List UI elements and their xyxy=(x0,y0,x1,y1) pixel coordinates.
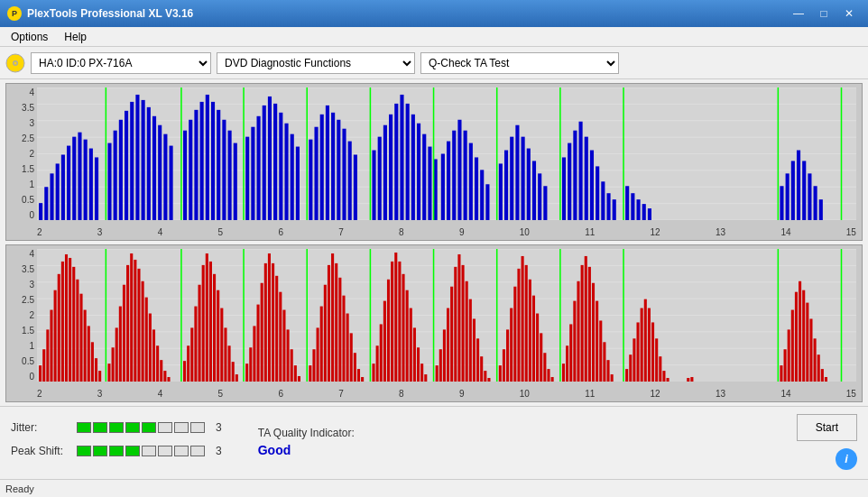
maximize-button[interactable]: □ xyxy=(812,5,836,23)
svg-rect-254 xyxy=(499,365,502,382)
menu-options[interactable]: Options xyxy=(4,29,55,45)
svg-rect-150 xyxy=(84,310,87,382)
svg-rect-71 xyxy=(378,137,382,220)
svg-rect-164 xyxy=(137,269,140,382)
svg-rect-252 xyxy=(487,378,490,382)
svg-rect-238 xyxy=(436,365,439,382)
svg-rect-208 xyxy=(317,327,319,382)
svg-rect-225 xyxy=(383,301,386,382)
drive-select[interactable]: HA:0 ID:0 PX-716A xyxy=(31,52,211,74)
svg-rect-87 xyxy=(464,131,467,220)
svg-rect-32 xyxy=(147,107,151,220)
svg-rect-158 xyxy=(115,327,118,382)
svg-rect-222 xyxy=(372,364,374,382)
svg-rect-280 xyxy=(599,320,602,382)
svg-rect-61 xyxy=(314,127,318,220)
svg-rect-159 xyxy=(119,307,122,382)
svg-rect-51 xyxy=(257,116,261,220)
svg-rect-192 xyxy=(253,326,255,382)
svg-rect-207 xyxy=(312,349,315,382)
svg-rect-139 xyxy=(42,349,45,382)
svg-rect-286 xyxy=(629,354,632,382)
peak-led-3 xyxy=(109,446,124,456)
peak-shift-label: Peak Shift: xyxy=(11,445,69,457)
svg-rect-277 xyxy=(588,267,591,382)
svg-rect-28 xyxy=(125,111,128,220)
svg-rect-90 xyxy=(480,170,484,220)
svg-rect-140 xyxy=(46,329,49,382)
svg-rect-175 xyxy=(187,345,189,382)
svg-rect-271 xyxy=(566,345,568,382)
svg-rect-202 xyxy=(291,349,293,382)
svg-rect-15 xyxy=(50,173,53,220)
svg-rect-295 xyxy=(662,371,665,382)
start-button[interactable]: Start xyxy=(797,414,857,441)
svg-rect-287 xyxy=(633,338,635,382)
svg-rect-19 xyxy=(72,137,76,220)
svg-rect-182 xyxy=(213,274,216,382)
svg-rect-47 xyxy=(234,143,237,220)
svg-rect-170 xyxy=(160,360,162,382)
svg-rect-278 xyxy=(592,283,595,382)
svg-rect-105 xyxy=(573,131,577,220)
svg-rect-260 xyxy=(522,256,524,382)
jitter-led-7 xyxy=(174,422,189,433)
minimize-button[interactable]: — xyxy=(787,5,810,23)
svg-rect-126 xyxy=(814,186,817,220)
svg-rect-258 xyxy=(513,287,516,382)
bottom-chart: 4 3.5 3 2.5 2 1.5 1 0.5 0 xyxy=(5,244,863,402)
svg-rect-168 xyxy=(152,329,155,382)
svg-rect-41 xyxy=(200,102,204,220)
svg-rect-270 xyxy=(562,364,565,382)
title-bar: P PlexTools Professional XL V3.16 — □ ✕ xyxy=(0,0,868,27)
svg-rect-57 xyxy=(291,134,294,220)
svg-rect-118 xyxy=(648,208,651,220)
svg-rect-218 xyxy=(354,353,356,382)
svg-rect-262 xyxy=(529,280,531,382)
svg-rect-63 xyxy=(326,106,329,220)
svg-rect-197 xyxy=(272,263,274,382)
svg-rect-169 xyxy=(156,345,159,382)
svg-rect-120 xyxy=(780,186,783,220)
menu-help[interactable]: Help xyxy=(57,29,94,45)
jitter-led-8 xyxy=(190,422,205,433)
svg-rect-275 xyxy=(581,265,584,382)
status-text: Ready xyxy=(5,483,34,494)
svg-rect-109 xyxy=(596,166,599,220)
function-select[interactable]: DVD Diagnostic Functions xyxy=(217,52,415,74)
peak-led-5 xyxy=(142,446,156,456)
svg-rect-236 xyxy=(424,374,427,382)
info-icon[interactable]: i xyxy=(836,448,857,470)
svg-rect-30 xyxy=(135,95,139,220)
svg-rect-38 xyxy=(183,131,187,220)
svg-rect-65 xyxy=(337,120,340,220)
svg-rect-17 xyxy=(61,154,65,220)
svg-rect-292 xyxy=(651,322,654,382)
svg-rect-160 xyxy=(123,285,125,382)
svg-rect-185 xyxy=(224,327,226,382)
svg-rect-249 xyxy=(476,338,479,382)
close-button[interactable]: ✕ xyxy=(837,5,861,23)
svg-rect-194 xyxy=(261,283,263,382)
bottom-chart-svg xyxy=(37,249,856,382)
svg-rect-301 xyxy=(784,349,787,382)
svg-rect-308 xyxy=(809,318,812,382)
svg-rect-255 xyxy=(503,349,505,382)
svg-rect-123 xyxy=(797,151,800,220)
svg-rect-227 xyxy=(391,262,393,382)
svg-rect-149 xyxy=(79,294,82,382)
svg-rect-110 xyxy=(601,181,605,220)
test-select[interactable]: Q-Check TA Test xyxy=(420,52,619,74)
svg-rect-34 xyxy=(158,125,162,220)
svg-rect-263 xyxy=(532,296,535,382)
svg-rect-206 xyxy=(309,365,311,382)
peak-led-6 xyxy=(158,446,172,456)
svg-rect-312 xyxy=(825,377,827,382)
svg-rect-52 xyxy=(263,106,266,220)
status-bar: Ready xyxy=(0,479,868,497)
svg-rect-228 xyxy=(394,253,397,382)
svg-rect-35 xyxy=(163,134,167,220)
svg-rect-226 xyxy=(387,280,390,382)
svg-rect-306 xyxy=(802,290,805,382)
top-chart-svg xyxy=(37,87,856,220)
